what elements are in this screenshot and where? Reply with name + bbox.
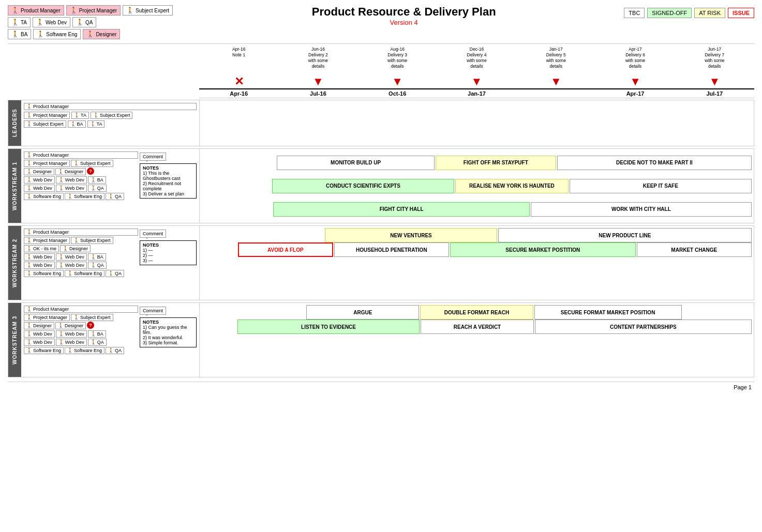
ws1-notes: NOTES 1) This is the Ghostbusters cast 2…	[140, 163, 197, 199]
ws2-newventures: NEW VENTURES	[325, 228, 497, 242]
ws2-task-row1: NEW VENTURES NEW PRODUCT LINE	[202, 228, 752, 242]
ws2-des1: 🚶 Designer	[60, 245, 91, 252]
ws1-question-badge: ?	[87, 168, 94, 175]
ws1-des1: 🚶 Designer	[24, 168, 54, 175]
ws3-task-row2: LISTEN TO EVIDENCE REACH A VERDICT CONTE…	[202, 320, 752, 334]
ws1-conduct: CONDUCT SCIENTIFIC EXPTS	[272, 179, 454, 193]
ws2-wd1a: 🚶 Web Dev	[24, 253, 55, 261]
ws3-question-badge: ?	[87, 322, 94, 329]
axis-apr16: Apr-16	[199, 90, 278, 97]
ws1-workcity: WORK WITH CITY HALL	[531, 202, 752, 217]
leaders-people: 🚶 Product Manager 🚶 Project Manager 🚶 TA…	[21, 100, 200, 146]
ws1-monitor: MONITOR BUILD UP	[277, 156, 435, 170]
ws2-se1b: 🚶 Software Eng	[65, 270, 104, 277]
ws1-wd2a: 🚶 Web Dev	[24, 185, 55, 192]
ws3-argue: ARGUE	[306, 305, 419, 320]
ws1-qa2: 🚶 QA	[106, 193, 124, 200]
ws2-ok: 🚶 OK - its me	[24, 245, 59, 252]
ws3-content: CONTENT PARTNERSHIPS	[535, 320, 752, 334]
ws1-people: 🚶 Product Manager 🚶 Project Manager 🚶 Su…	[21, 149, 200, 223]
ws1-realise: REALISE NEW YORK IS HAUNTED	[455, 179, 569, 193]
legend-designer: 🚶 Designer	[83, 29, 120, 39]
leader-pm: 🚶 Product Manager	[24, 103, 197, 110]
status-issue: ISSUE	[728, 8, 754, 18]
ws2-securemarket: SECURE MARKET POSTITION	[450, 242, 636, 257]
arrow-3: ▼	[437, 75, 516, 88]
ws3-wd1b: 🚶 Web Dev	[56, 330, 87, 338]
delivery-jun16: Jun-16Delivery 2with somedetails	[278, 47, 357, 69]
ws3-wd2b: 🚶 Web Dev	[56, 339, 87, 346]
axis-apr17: Apr-17	[595, 90, 675, 97]
ws1-keepitsafe: KEEP IT SAFE	[570, 179, 752, 193]
ws1-pm: 🚶 Product Manager	[24, 151, 138, 159]
arrow-1: ▼	[278, 75, 357, 88]
ws2-marketchg: MARKET CHANGE	[637, 242, 752, 257]
ws3-doubleformat: DOUBLE FORMAT REACH	[420, 305, 533, 320]
title-section: Product Resource & Delivery Plan Version…	[184, 5, 624, 26]
ws3-wd2a: 🚶 Web Dev	[24, 339, 55, 346]
ws1-note2: 2) Recruitment not complete	[143, 181, 193, 191]
ws1-fightcity: FIGHT CITY HALL	[273, 202, 529, 217]
ws2-wd2a: 🚶 Web Dev	[24, 262, 55, 269]
axis-jul16: Jul-16	[278, 90, 357, 97]
delivery-apr16: Apr-16Note 1	[199, 47, 278, 69]
workstream1-row: WORKSTREAM 1 🚶 Product Manager 🚶 Project…	[8, 148, 754, 223]
ws3-pm: 🚶 Product Manager	[24, 306, 138, 313]
delivery-apr17: Apr-17Delivery 6with somedetails	[595, 47, 675, 69]
ws2-se1: 🚶 Subject Expert	[71, 237, 113, 244]
ws1-notes-title: NOTES	[143, 165, 193, 171]
legend-project-manager: 🚶 Project Manager	[66, 5, 121, 16]
ws2-household: HOUSEHOLD PENETRATION	[334, 242, 449, 257]
ws1-task-row2: CONDUCT SCIENTIFIC EXPTS REALISE NEW YOR…	[202, 179, 752, 193]
ws2-notes: NOTES 1) — 2) — 3) —	[140, 240, 197, 265]
delivery-dec16: Dec-16Delivery 4with somedetails	[437, 47, 516, 69]
ws1-projm: 🚶 Project Manager	[24, 160, 70, 167]
ws3-se1b: 🚶 Software Eng	[65, 347, 104, 354]
ws3-notes: NOTES 1) Can you guess the film. 2) It w…	[140, 317, 197, 347]
legend-software-eng: 🚶 Software Eng	[33, 29, 81, 39]
ws3-qa1: 🚶 QA	[88, 339, 107, 346]
legend: 🚶 Product Manager 🚶 Project Manager 🚶 Su…	[8, 5, 184, 39]
ws2-tasks: NEW VENTURES NEW PRODUCT LINE AVOID A FL…	[200, 226, 754, 300]
delivery-labels: Apr-16Note 1 Jun-16Delivery 2with somede…	[199, 47, 754, 69]
ws3-qa2: 🚶 QA	[106, 347, 124, 354]
legend-ta: 🚶 TA	[8, 17, 31, 27]
ws2-note1: 1) —	[143, 248, 193, 253]
ws3-notes-title: NOTES	[143, 320, 193, 325]
page-title: Product Resource & Delivery Plan	[184, 5, 624, 19]
page: 🚶 Product Manager 🚶 Project Manager 🚶 Su…	[0, 0, 762, 396]
ws1-se1b: 🚶 Software Eng	[65, 193, 104, 200]
ws3-tasks: ARGUE DOUBLE FORMAT REACH SECURE FORMAT …	[200, 303, 754, 377]
ws2-ba1: 🚶 BA	[88, 253, 106, 261]
arrow-5: ▼	[595, 75, 675, 88]
ws3-task-row1: ARGUE DOUBLE FORMAT REACH SECURE FORMAT …	[202, 305, 752, 320]
legend-qa: 🚶 QA	[72, 17, 96, 27]
leaders-row: LEADERS 🚶 Product Manager 🚶 Project Mana…	[8, 100, 754, 146]
leader-ta2: 🚶 TA	[87, 120, 105, 128]
timeline-header: Apr-16Note 1 Jun-16Delivery 2with somede…	[8, 47, 754, 98]
workstream3-row: WORKSTREAM 3 🚶 Product Manager 🚶 Project…	[8, 302, 754, 377]
ws2-task-row2: AVOID A FLOP HOUSEHOLD PENETRATION SECUR…	[202, 242, 752, 257]
leaders-sidebar: LEADERS	[8, 100, 21, 146]
ws3-des2: 🚶 Designer	[55, 322, 86, 329]
ws3-people: 🚶 Product Manager 🚶 Project Manager 🚶 Su…	[21, 303, 200, 377]
ws2-comment: Comment	[140, 230, 166, 238]
axis-oct16: Oct-16	[358, 90, 437, 97]
ws1-fightoff: FIGHT OFF MR STAYPUFT	[436, 156, 556, 170]
ws2-people: 🚶 Product Manager 🚶 Project Manager 🚶 Su…	[21, 226, 200, 300]
ws1-task-row1: MONITOR BUILD UP FIGHT OFF MR STAYPUFT D…	[202, 156, 752, 170]
ws3-note2: 2) It was wonderful.	[143, 335, 193, 340]
header: 🚶 Product Manager 🚶 Project Manager 🚶 Su…	[8, 5, 754, 44]
ws1-tasks: MONITOR BUILD UP FIGHT OFF MR STAYPUFT D…	[200, 149, 754, 223]
ws3-projm: 🚶 Project Manager	[24, 314, 70, 321]
ws2-sidebar: WORKSTREAM 2	[8, 226, 21, 300]
arrow-4: ▼	[516, 75, 595, 88]
ws2-notes-title: NOTES	[143, 242, 193, 248]
ws3-se1: 🚶 Subject Expert	[71, 314, 113, 321]
ws1-note1: 1) This is the Ghostbusters cast	[143, 171, 193, 181]
arrow-6: ▼	[675, 75, 754, 88]
axis-jul17: Jul-17	[675, 90, 754, 97]
leader-ba: 🚶 BA	[68, 120, 86, 128]
workstream2-row: WORKSTREAM 2 🚶 Product Manager 🚶 Project…	[8, 225, 754, 300]
ws2-note3: 3) —	[143, 258, 193, 263]
